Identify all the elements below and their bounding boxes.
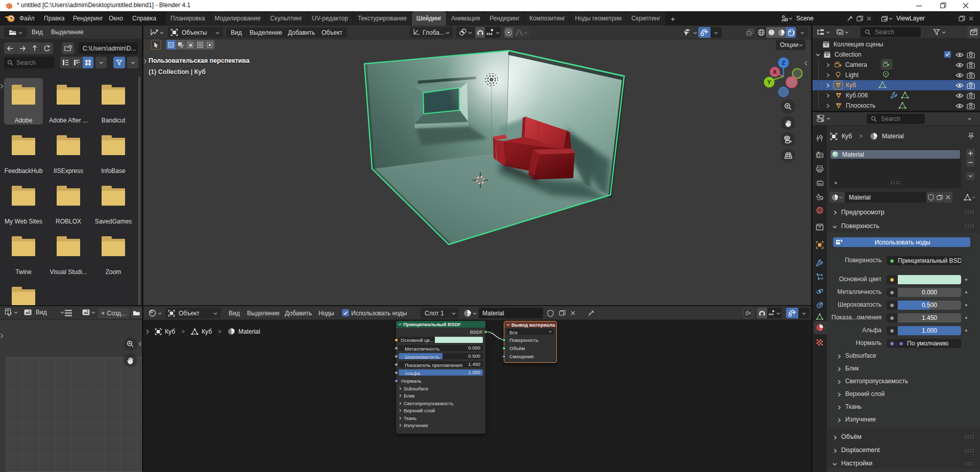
svg-text:Y: Y [767, 79, 771, 85]
svg-text:Z: Z [782, 60, 786, 66]
svg-text:X: X [773, 69, 777, 75]
